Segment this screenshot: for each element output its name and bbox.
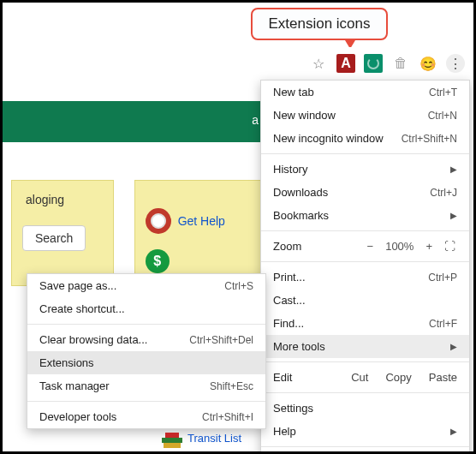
submenu-task-manager[interactable]: Task managerShift+Esc: [27, 374, 265, 397]
page-header-banner: a: [3, 101, 264, 142]
submenu-save-page[interactable]: Save page as...Ctrl+S: [27, 274, 265, 297]
help-link-label: Get Help: [178, 214, 225, 228]
extension-icon-grey[interactable]: 🗑: [391, 54, 410, 73]
menu-separator: [27, 324, 265, 325]
menu-separator: [261, 392, 469, 393]
edit-paste[interactable]: Paste: [429, 371, 457, 384]
card-title: aloging: [26, 193, 103, 206]
zoom-plus-button[interactable]: +: [425, 240, 432, 253]
menu-separator: [261, 230, 469, 231]
submenu-extensions[interactable]: Extensions: [27, 351, 265, 374]
zoom-label: Zoom: [273, 240, 301, 253]
chrome-main-menu: New tabCtrl+T New windowCtrl+N New incog…: [260, 80, 470, 454]
life-ring-icon: [146, 208, 171, 234]
submenu-clear-browsing-data[interactable]: Clear browsing data...Ctrl+Shift+Del: [27, 328, 265, 351]
menu-separator: [261, 446, 469, 447]
get-help-link[interactable]: Get Help: [146, 208, 252, 234]
annotation-text: Extension icons: [268, 15, 370, 33]
annotation-callout: Extension icons: [251, 8, 388, 40]
transit-list-label: Transit List: [187, 432, 241, 445]
menu-new-tab[interactable]: New tabCtrl+T: [261, 81, 469, 104]
transit-list-link[interactable]: Transit List: [162, 427, 241, 448]
more-tools-submenu: Save page as...Ctrl+S Create shortcut...…: [27, 273, 266, 429]
edit-copy[interactable]: Copy: [385, 371, 411, 384]
menu-more-tools[interactable]: More tools▶: [261, 335, 469, 358]
edit-cut[interactable]: Cut: [351, 371, 368, 384]
fullscreen-icon[interactable]: ⛶: [444, 240, 457, 253]
chevron-right-icon: ▶: [450, 164, 457, 174]
extension-icon-green[interactable]: [364, 54, 383, 73]
menu-help[interactable]: Help▶: [261, 420, 469, 443]
menu-cast[interactable]: Cast...: [261, 289, 469, 312]
search-button[interactable]: Search: [22, 225, 86, 251]
chevron-right-icon: ▶: [450, 211, 457, 220]
money-link[interactable]: $: [146, 249, 252, 273]
chrome-menu-button[interactable]: ⋮: [446, 54, 465, 73]
browser-toolbar: ☆ A 🗑 😊 ⋮: [3, 47, 473, 80]
bookmark-star-icon[interactable]: ☆: [309, 54, 328, 73]
screenshot-frame: Extension icons ☆ A 🗑 😊 ⋮ a aloging Sear…: [0, 0, 476, 454]
zoom-minus-button[interactable]: −: [367, 240, 374, 253]
banner-text-fragment: a: [252, 113, 259, 127]
menu-find[interactable]: Find...Ctrl+F: [261, 312, 469, 335]
menu-separator: [261, 361, 469, 362]
book-stack-icon: [162, 427, 182, 448]
menu-print[interactable]: Print...Ctrl+P: [261, 266, 469, 289]
menu-separator: [27, 401, 265, 402]
menu-history[interactable]: History▶: [261, 158, 469, 181]
submenu-create-shortcut[interactable]: Create shortcut...: [27, 297, 265, 320]
submenu-developer-tools[interactable]: Developer toolsCtrl+Shift+I: [27, 405, 265, 428]
menu-separator: [261, 261, 469, 262]
money-icon: $: [146, 249, 170, 273]
adobe-pdf-extension-icon[interactable]: A: [336, 54, 355, 73]
menu-downloads[interactable]: DownloadsCtrl+J: [261, 181, 469, 204]
menu-separator: [261, 153, 469, 154]
menu-edit-row: Edit Cut Copy Paste: [261, 366, 469, 389]
zoom-value: 100%: [385, 240, 414, 253]
menu-bookmarks[interactable]: Bookmarks▶: [261, 204, 469, 227]
menu-new-incognito[interactable]: New incognito windowCtrl+Shift+N: [261, 127, 469, 150]
edit-label: Edit: [273, 371, 292, 384]
extension-icon-smiley[interactable]: 😊: [419, 54, 437, 73]
menu-exit[interactable]: Exit: [261, 451, 469, 454]
menu-settings[interactable]: Settings: [261, 397, 469, 420]
chevron-right-icon: ▶: [450, 427, 457, 436]
card-cataloging: aloging Search: [11, 180, 114, 286]
chevron-right-icon: ▶: [450, 342, 457, 351]
menu-new-window[interactable]: New windowCtrl+N: [261, 104, 469, 127]
menu-zoom-row: Zoom − 100% + ⛶: [261, 235, 469, 258]
